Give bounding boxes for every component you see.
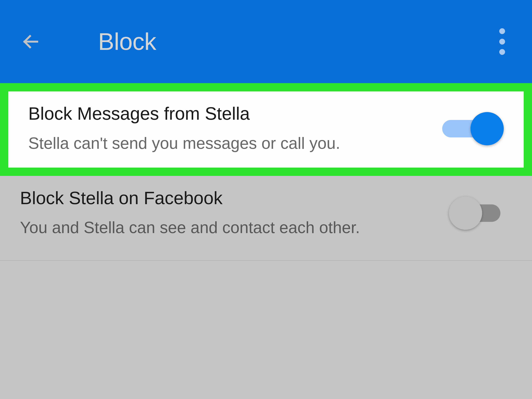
arrow-left-icon bbox=[21, 32, 40, 51]
back-button[interactable] bbox=[20, 31, 42, 52]
setting-title: Block Stella on Facebook bbox=[20, 186, 441, 210]
app-bar: Block bbox=[0, 0, 532, 83]
toggle-thumb bbox=[449, 196, 482, 230]
block-messages-row[interactable]: Block Messages from Stella Stella can't … bbox=[8, 91, 524, 168]
block-facebook-row[interactable]: Block Stella on Facebook You and Stella … bbox=[0, 176, 532, 261]
setting-text-block: Block Stella on Facebook You and Stella … bbox=[20, 186, 450, 241]
block-messages-toggle[interactable] bbox=[442, 115, 504, 142]
more-vertical-icon bbox=[499, 49, 505, 55]
more-options-button[interactable] bbox=[497, 28, 507, 55]
setting-description: Stella can't send you messages or call y… bbox=[28, 131, 377, 156]
block-settings-screen: Block Block Messages from Stella Stella … bbox=[0, 0, 532, 399]
setting-title: Block Messages from Stella bbox=[28, 101, 432, 126]
more-vertical-icon bbox=[499, 39, 505, 44]
block-facebook-toggle[interactable] bbox=[450, 200, 512, 226]
page-title: Block bbox=[98, 28, 156, 56]
setting-text-block: Block Messages from Stella Stella can't … bbox=[28, 101, 442, 156]
toggle-thumb bbox=[470, 112, 504, 145]
setting-description: You and Stella can see and contact each … bbox=[20, 215, 369, 240]
highlighted-setting-wrapper: Block Messages from Stella Stella can't … bbox=[0, 83, 532, 176]
more-vertical-icon bbox=[499, 28, 505, 34]
